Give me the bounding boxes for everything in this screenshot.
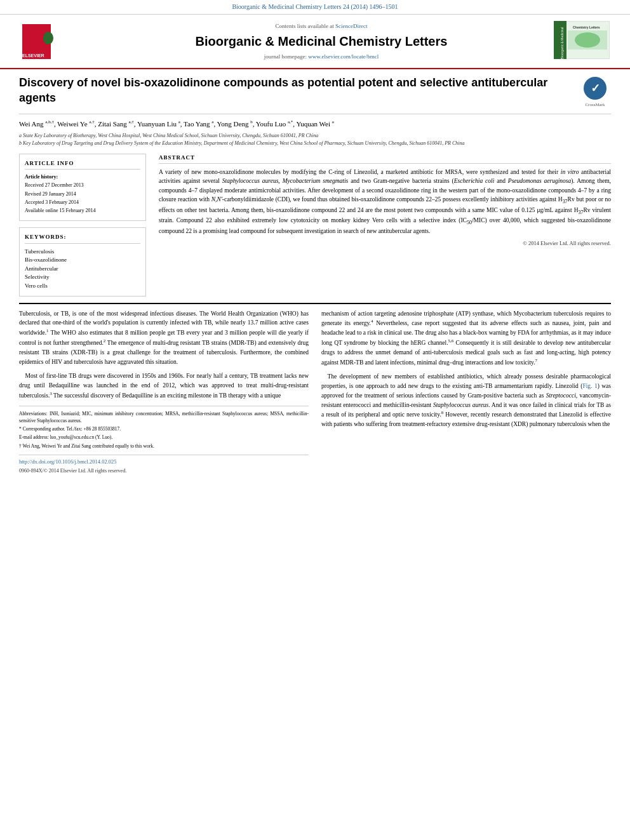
abstract-text: A variety of new mono-oxazolidinone mole… [159, 168, 611, 248]
journal-header: ELSEVIER Contents lists available at Sci… [0, 15, 630, 69]
footnote-dagger: † Wei Ang, Weiwei Ye and Zitai Sang cont… [19, 443, 309, 450]
svg-point-10 [575, 32, 600, 48]
footnote-email: E-mail address: luo_youfu@scu.edu.cn (Y.… [19, 434, 309, 441]
journal-citation-text: Bioorganic & Medicinal Chemistry Letters… [232, 3, 398, 10]
keyword-3: Antitubercular [25, 265, 140, 273]
body-para-3: mechanism of action targeting adenosine … [321, 309, 611, 368]
doi-link[interactable]: http://dx.doi.org/10.1016/j.bmcl.2014.02… [19, 458, 309, 466]
body-para-4: The development of new members of establ… [321, 372, 611, 429]
crossmark-icon: ✓ [582, 76, 608, 101]
footnotes-section: Abbreviations: INH, Isoniazid; MIC, mini… [19, 406, 309, 450]
abstract-column: ABSTRACT A variety of new mono-oxazolidi… [159, 154, 611, 297]
svg-text:✓: ✓ [591, 82, 600, 95]
footnote-corresponding: * Corresponding author. Tel./fax: +86 28… [19, 425, 309, 432]
revised-date: Revised 29 January 2014 [25, 190, 140, 197]
journal-header-left: ELSEVIER [13, 24, 89, 59]
footnote-abbreviations: Abbreviations: INH, Isoniazid; MIC, mini… [19, 410, 309, 425]
svg-rect-1 [51, 24, 79, 59]
svg-text:ELSEVIER: ELSEVIER [22, 53, 44, 58]
article-title-section: Discovery of novel bis-oxazolidinone com… [19, 76, 611, 114]
science-direct-label: Contents lists available at ScienceDirec… [89, 22, 554, 30]
article-info-column: ARTICLE INFO Article history: Received 2… [19, 154, 146, 297]
article-history-label: Article history: [25, 173, 140, 180]
available-date: Available online 15 February 2014 [25, 207, 140, 214]
journal-citation-bar: Bioorganic & Medicinal Chemistry Letters… [0, 0, 630, 15]
journal-logo-right: Bioorganic & Medicinal Chemistry Letters [554, 21, 617, 62]
keyword-4: Selectivity [25, 273, 140, 281]
keyword-1: Tuberculosis [25, 248, 140, 256]
affiliation-b: b Key Laboratory of Drug Targeting and D… [19, 140, 611, 147]
authors-line: Wei Ang a,b,†, Weiwei Ye a,†, Zitai Sang… [19, 119, 611, 129]
accepted-date: Accepted 3 February 2014 [25, 199, 140, 206]
body-col-right: mechanism of action targeting adenosine … [321, 309, 611, 476]
body-text-section: Tuberculosis, or TB, is one of the most … [19, 309, 611, 476]
affiliation-a: a State Key Laboratory of Biotherapy, We… [19, 132, 611, 140]
body-para-2: Most of first-line TB drugs were discove… [19, 371, 309, 400]
science-direct-link[interactable]: ScienceDirect [335, 23, 367, 29]
keyword-5: Vero cells [25, 282, 140, 290]
article-info-header: ARTICLE INFO [25, 159, 140, 170]
doi-section: http://dx.doi.org/10.1016/j.bmcl.2014.02… [19, 455, 309, 476]
article-info-box: ARTICLE INFO Article history: Received 2… [19, 154, 146, 222]
keywords-section: Keywords: Tuberculosis Bis-oxazolidinone… [19, 227, 146, 297]
body-col-left: Tuberculosis, or TB, is one of the most … [19, 309, 309, 476]
abstract-header: ABSTRACT [159, 154, 611, 164]
svg-text:Bioorganic & Medicinal: Bioorganic & Medicinal [560, 27, 564, 59]
keywords-header: Keywords: [25, 233, 140, 244]
journal-header-center: Contents lists available at ScienceDirec… [89, 22, 554, 61]
crossmark-label: CrossMark [585, 102, 605, 109]
crossmark-section: ✓ CrossMark [579, 76, 611, 109]
homepage-url[interactable]: www.elsevier.com/locate/bmcl [308, 53, 379, 60]
svg-rect-2 [48, 43, 50, 53]
issn-line: 0960-894X/© 2014 Elsevier Ltd. All right… [19, 467, 309, 475]
content-area: Discovery of novel bis-oxazolidinone com… [0, 69, 630, 481]
article-info-abstract-section: ARTICLE INFO Article history: Received 2… [19, 154, 611, 297]
svg-text:Chemistry Letters: Chemistry Letters [573, 25, 600, 29]
body-para-1: Tuberculosis, or TB, is one of the most … [19, 309, 309, 367]
elsevier-logo-icon: ELSEVIER [22, 24, 79, 59]
article-title: Discovery of novel bis-oxazolidinone com… [19, 76, 573, 105]
journal-homepage: journal homepage: www.elsevier.com/locat… [89, 53, 554, 61]
received-date: Received 27 December 2013 [25, 182, 140, 189]
abstract-paragraph: A variety of new mono-oxazolidinone mole… [159, 168, 611, 236]
affiliations: a State Key Laboratory of Biotherapy, We… [19, 132, 611, 147]
journal-cover-thumbnail: Bioorganic & Medicinal Chemistry Letters [554, 21, 610, 59]
journal-title: Bioorganic & Medicinal Chemistry Letters [89, 32, 554, 50]
keyword-2: Bis-oxazolidinone [25, 256, 140, 264]
copyright-line: © 2014 Elsevier Ltd. All rights reserved… [159, 239, 611, 248]
svg-point-3 [43, 32, 53, 44]
section-divider [19, 303, 611, 304]
